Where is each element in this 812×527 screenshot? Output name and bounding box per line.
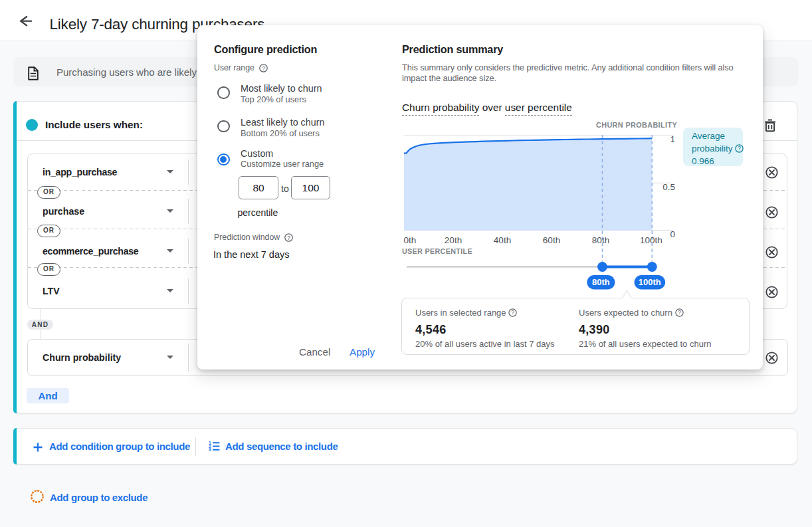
svg-text:100th: 100th <box>639 277 661 287</box>
svg-text:?: ? <box>678 309 681 316</box>
svg-text:?: ? <box>262 64 265 71</box>
svg-text:?: ? <box>287 234 290 241</box>
svg-text:?: ? <box>511 309 514 316</box>
svg-text:?: ? <box>738 145 741 152</box>
svg-text:3: 3 <box>209 447 211 451</box>
svg-text:80th: 80th <box>592 277 610 287</box>
